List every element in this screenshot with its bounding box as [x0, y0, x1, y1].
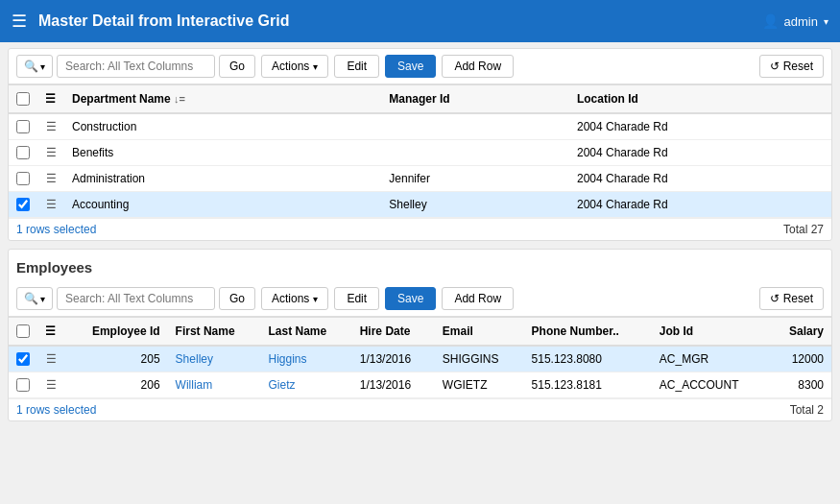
detail-go-button[interactable]: Go: [219, 287, 255, 310]
detail-row-jobid: AC_ACCOUNT: [652, 372, 770, 398]
detail-row-lastname: Gietz: [260, 372, 351, 398]
detail-row-jobid: AC_MGR: [652, 346, 770, 372]
master-row-checkbox-cell: [9, 113, 37, 140]
master-go-button[interactable]: Go: [219, 55, 255, 78]
search-icon: 🔍: [24, 60, 38, 73]
master-search-icon-button[interactable]: 🔍 ▾: [16, 55, 53, 78]
master-row-checkbox-cell: [9, 192, 37, 218]
detail-total: Total 2: [790, 403, 824, 417]
master-row-dept: Accounting: [64, 192, 381, 218]
master-row-manager: Shelley: [381, 192, 569, 218]
detail-selected-count: 1 rows selected: [16, 403, 96, 417]
detail-firstname-col-header[interactable]: First Name: [168, 318, 261, 347]
master-row-menu-icon[interactable]: ☰: [45, 120, 57, 133]
detail-toolbar: 🔍 ▾ Go Actions ▾ Edit Save Add Row ↺ Res…: [9, 281, 831, 317]
master-row-checkbox[interactable]: [16, 198, 30, 211]
user-name: admin: [784, 14, 818, 29]
actions-chevron-icon: ▾: [313, 61, 318, 72]
detail-reset-button[interactable]: ↺ Reset: [759, 287, 824, 310]
master-total: Total 27: [783, 223, 824, 236]
sort-icon: ↓=: [174, 93, 185, 105]
detail-search-icon: 🔍: [24, 292, 38, 305]
master-row-dept: Administration: [64, 166, 381, 192]
master-row-location: 2004 Charade Rd: [569, 192, 831, 218]
master-row-menu-cell: ☰: [37, 166, 64, 192]
detail-row-checkbox[interactable]: [16, 378, 30, 392]
master-row-checkbox[interactable]: [16, 172, 30, 185]
detail-row-checkbox-cell: [9, 346, 37, 372]
master-row-location: 2004 Charade Rd: [569, 113, 831, 140]
detail-row-menu-cell: ☰: [37, 372, 64, 398]
user-chevron-icon[interactable]: ▾: [824, 16, 828, 27]
master-select-all-checkbox[interactable]: [16, 92, 30, 106]
detail-row-menu-icon[interactable]: ☰: [45, 352, 57, 366]
detail-email-col-header[interactable]: Email: [435, 318, 524, 347]
master-row-dept: Benefits: [64, 140, 381, 166]
detail-empid-col-header[interactable]: Employee Id: [64, 318, 168, 347]
hamburger-icon[interactable]: ☰: [12, 11, 27, 32]
detail-edit-button[interactable]: Edit: [334, 287, 379, 310]
master-row-menu-icon[interactable]: ☰: [45, 146, 57, 159]
master-row-checkbox-cell: [9, 140, 37, 166]
detail-reset-icon: ↺: [770, 292, 780, 305]
detail-phone-col-header[interactable]: Phone Number..: [524, 318, 652, 347]
master-row-checkbox-cell: [9, 166, 37, 192]
detail-row-firstname: Shelley: [168, 346, 261, 372]
detail-table-row[interactable]: ☰ 205 Shelley Higgins 1/13/2016 SHIGGINS…: [9, 346, 831, 372]
master-search-input[interactable]: [57, 55, 215, 78]
detail-save-button[interactable]: Save: [385, 287, 436, 310]
detail-select-all-checkbox[interactable]: [16, 324, 30, 338]
master-search-chevron-icon: ▾: [40, 61, 45, 72]
master-row-menu-icon[interactable]: ☰: [45, 198, 57, 211]
detail-jobid-col-header[interactable]: Job Id: [652, 318, 770, 347]
detail-row-hiredate: 1/13/2016: [352, 346, 435, 372]
master-row-checkbox[interactable]: [16, 146, 30, 159]
master-manager-col-header[interactable]: Manager Id: [381, 85, 569, 114]
detail-row-email: WGIETZ: [435, 372, 524, 398]
master-row-manager: [381, 113, 569, 140]
detail-row-menu-cell: ☰: [37, 346, 64, 372]
detail-search-input[interactable]: [57, 287, 215, 310]
app-header: ☰ Master Detail from Interactive Grid 👤 …: [0, 0, 840, 42]
detail-lastname-col-header[interactable]: Last Name: [260, 318, 351, 347]
master-menu-header: ☰: [37, 85, 64, 114]
detail-col-menu-icon: ☰: [45, 324, 56, 338]
detail-search-area: 🔍 ▾ Go: [16, 287, 255, 310]
master-reset-button[interactable]: ↺ Reset: [759, 55, 824, 78]
master-select-all-header: [9, 85, 37, 114]
detail-search-icon-button[interactable]: 🔍 ▾: [16, 287, 53, 310]
master-row-checkbox[interactable]: [16, 120, 30, 133]
master-dept-col-header[interactable]: Department Name ↓=: [64, 85, 381, 114]
detail-hiredate-col-header[interactable]: Hire Date: [352, 318, 435, 347]
master-row-menu-icon[interactable]: ☰: [45, 172, 57, 185]
detail-row-salary: 12000: [769, 346, 831, 372]
detail-grid: Employees 🔍 ▾ Go Actions ▾ Edit Save Add…: [8, 249, 832, 421]
reset-icon: ↺: [770, 60, 780, 73]
detail-actions-button[interactable]: Actions ▾: [261, 287, 328, 310]
master-table-row[interactable]: ☰ Administration Jennifer 2004 Charade R…: [9, 166, 831, 192]
master-edit-button[interactable]: Edit: [334, 55, 379, 78]
master-table-row[interactable]: ☰ Accounting Shelley 2004 Charade Rd: [9, 192, 831, 218]
master-toolbar: 🔍 ▾ Go Actions ▾ Edit Save Add Row ↺ Res…: [9, 49, 831, 84]
detail-add-row-button[interactable]: Add Row: [442, 287, 514, 310]
master-table-row[interactable]: ☰ Construction 2004 Charade Rd: [9, 113, 831, 140]
master-add-row-button[interactable]: Add Row: [442, 55, 514, 78]
master-table-row[interactable]: ☰ Benefits 2004 Charade Rd: [9, 140, 831, 166]
detail-search-chevron-icon: ▾: [40, 294, 45, 304]
detail-section-title: Employees: [9, 250, 831, 281]
master-save-button[interactable]: Save: [385, 55, 436, 78]
master-col-menu-icon: ☰: [45, 92, 56, 106]
detail-table-row[interactable]: ☰ 206 William Gietz 1/13/2016 WGIETZ 515…: [9, 372, 831, 398]
detail-row-empid: 206: [64, 372, 168, 398]
master-row-menu-cell: ☰: [37, 140, 64, 166]
detail-table: ☰ Employee Id First Name Last Name Hire …: [9, 317, 831, 398]
detail-status-bar: 1 rows selected Total 2: [9, 398, 831, 420]
detail-select-all-header: [9, 318, 37, 347]
detail-row-menu-icon[interactable]: ☰: [45, 378, 57, 392]
master-grid: 🔍 ▾ Go Actions ▾ Edit Save Add Row ↺ Res…: [8, 48, 832, 241]
detail-salary-col-header[interactable]: Salary: [769, 318, 831, 347]
detail-row-lastname: Higgins: [260, 346, 351, 372]
master-actions-button[interactable]: Actions ▾: [261, 55, 328, 78]
master-location-col-header[interactable]: Location Id: [569, 85, 831, 114]
detail-row-checkbox[interactable]: [16, 352, 30, 366]
